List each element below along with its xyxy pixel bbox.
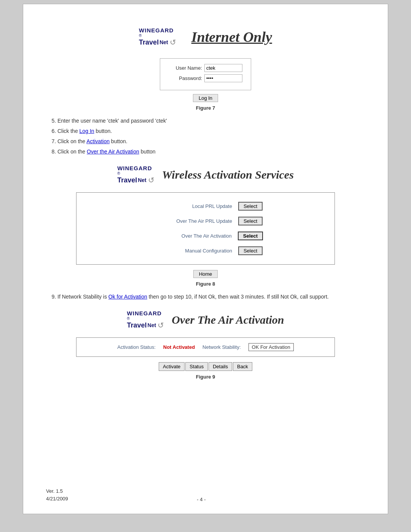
service-row-4: Manual Configuration Select [88,243,323,258]
page-title-internet: Internet Only [191,29,272,45]
ok-for-activation-link[interactable]: Ok for Activation [108,294,147,300]
instructions-list-2: If Network Stability is Ok for Activatio… [57,293,365,301]
figure-9-label: Figure 9 [46,374,365,380]
local-prl-select-button[interactable]: Select [238,202,263,211]
figure-8-label: Figure 8 [46,281,365,287]
password-label: Password: [168,75,202,81]
ota-buttons-wrapper: Activate Status Details Back [46,362,365,371]
login-link[interactable]: Log In [80,128,94,134]
status-button[interactable]: Status [185,362,208,371]
instructions-list-1: Enter the user name 'ctek' and password … [57,117,365,156]
winegard-text-3: WINEGARD [127,310,162,316]
travel-text-3: Travel [127,321,147,329]
net-text-2: Net [138,177,147,183]
details-button[interactable]: Details [209,362,232,371]
ota-status-row: Activation Status: Not Activated Network… [84,343,327,351]
footer: Ver. 1.5 4/21/2009 - 4 - [46,487,365,502]
home-button[interactable]: Home [193,270,218,278]
winegard-logo-3: WINEGARD® TravelNet ↺ [127,310,164,330]
service-row-3: Over The Air Activation Select [88,228,323,243]
instruction-5: Enter the user name 'ctek' and password … [57,117,365,125]
winegard-text-1: WINEGARD [139,27,174,34]
wireless-header-section: WINEGARD® TravelNet ↺ Wireless Activatio… [46,165,365,185]
page: WINEGARD® TravelNet ↺ Internet Only User… [23,4,388,514]
footer-version-block: Ver. 1.5 4/21/2009 [46,487,68,502]
instruction-6: Click the Log In button. [57,127,365,135]
activation-link[interactable]: Activation [86,138,110,144]
ota-box: Activation Status: Not Activated Network… [76,337,335,357]
services-box: Local PRL Update Select Over The Air PRL… [76,192,335,265]
travelnet-row-3: TravelNet ↺ [127,321,164,330]
back-button[interactable]: Back [233,362,252,371]
login-box-wrapper: User Name: Password: [46,58,365,90]
network-stability-value: OK For Activation [249,343,294,351]
ota-activation-label: Over The Air Activation [148,233,232,239]
login-btn-wrapper: Log In [46,94,365,102]
activate-button[interactable]: Activate [159,362,185,371]
home-btn-wrapper: Home [46,270,365,278]
manual-config-label: Manual Configuration [148,248,232,254]
winegard-logo-1: WINEGARD® TravelNet ↺ [139,27,176,47]
network-stability-label: Network Stability: [202,344,241,350]
activation-status-value: Not Activated [163,344,195,350]
travel-text-2: Travel [117,176,137,184]
net-text-1: Net [159,39,168,45]
travel-text-1: Travel [139,38,159,46]
registered-mark-3: ® [127,316,130,321]
local-prl-label: Local PRL Update [148,203,232,209]
over-the-air-activation-link[interactable]: Over the Air Activation [87,149,139,155]
net-text-3: Net [148,322,156,328]
page-title-wireless: Wireless Activation Services [162,168,294,181]
swirl-icon-1: ↺ [170,38,176,47]
swirl-icon-2: ↺ [148,176,155,185]
instruction-9: If Network Stability is Ok for Activatio… [57,293,365,301]
ota-prl-label: Over The Air PRL Update [148,218,232,224]
username-input[interactable] [204,64,242,72]
password-input[interactable] [204,74,242,82]
winegard-text-2: WINEGARD [117,165,152,171]
figure-7-label: Figure 7 [46,105,365,111]
login-button[interactable]: Log In [193,94,218,102]
travelnet-row-1: TravelNet ↺ [139,38,176,47]
travelnet-row-2: TravelNet ↺ [117,176,155,185]
service-row-1: Local PRL Update Select [88,199,323,214]
manual-config-select-button[interactable]: Select [238,246,263,255]
page-title-ota: Over The Air Activation [172,313,284,326]
username-field-row: User Name: [168,64,243,72]
registered-mark-2: ® [117,171,120,176]
footer-page: - 4 - [68,497,335,502]
registered-mark-1: ® [139,34,142,38]
ota-activation-select-button[interactable]: Select [238,232,263,240]
footer-date: 4/21/2009 [46,495,68,503]
footer-version: Ver. 1.5 [46,487,68,495]
instruction-7: Click on the Activation button. [57,137,365,145]
instruction-8: Click on the Over the Air Activation but… [57,148,365,156]
ota-header-section: WINEGARD® TravelNet ↺ Over The Air Activ… [46,310,365,330]
username-label: User Name: [168,65,202,71]
ota-prl-select-button[interactable]: Select [238,217,263,225]
header-section: WINEGARD® TravelNet ↺ Internet Only [46,27,365,47]
winegard-logo-2: WINEGARD® TravelNet ↺ [117,165,155,185]
login-box: User Name: Password: [160,58,251,90]
activation-status-label: Activation Status: [117,344,155,350]
swirl-icon-3: ↺ [158,321,164,330]
service-row-2: Over The Air PRL Update Select [88,214,323,228]
password-field-row: Password: [168,74,243,82]
